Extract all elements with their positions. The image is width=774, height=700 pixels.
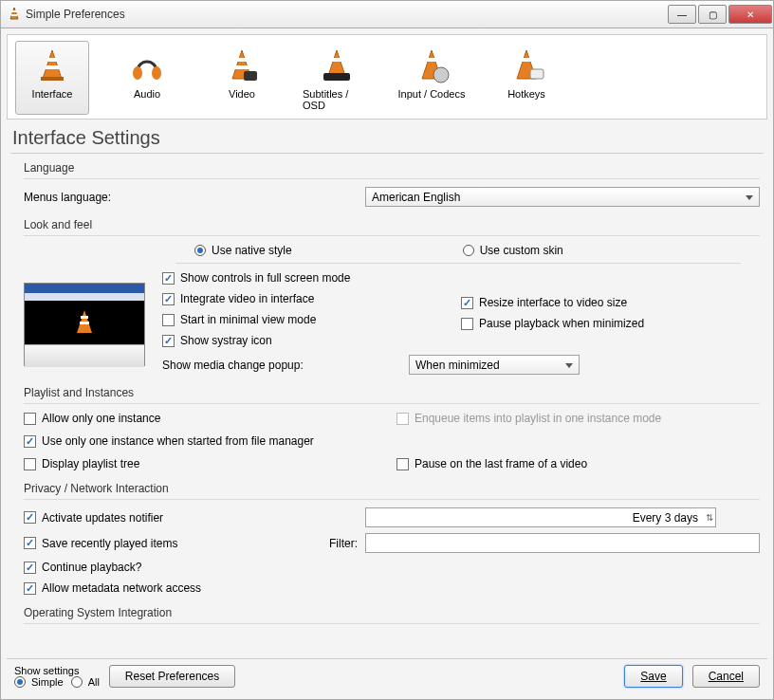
group-privacy: Privacy / Network Interaction Activate u… <box>24 482 760 595</box>
category-audio[interactable]: Audio <box>110 41 184 115</box>
category-label: Subtitles / OSD <box>303 88 371 111</box>
category-input-codecs[interactable]: Input / Codecs <box>395 41 469 115</box>
window-title: Simple Preferences <box>26 8 667 21</box>
checkbox-icon <box>24 562 36 574</box>
sub-separator <box>175 263 741 264</box>
check-label: Integrate video in interface <box>180 292 314 305</box>
check-resize-interface[interactable]: Resize interface to video size <box>461 296 760 309</box>
check-label: Continue playback? <box>42 561 141 574</box>
reset-preferences-button[interactable]: Reset Preferences <box>109 665 235 688</box>
svg-rect-5 <box>46 65 59 69</box>
category-label: Video <box>229 88 255 100</box>
group-title: Look and feel <box>24 218 760 231</box>
check-label: Start in minimal view mode <box>180 313 316 326</box>
media-popup-select[interactable]: When minimized <box>409 355 580 375</box>
hotkeys-icon <box>504 45 549 86</box>
svg-rect-15 <box>323 73 350 81</box>
checkbox-icon <box>24 435 36 448</box>
svg-point-8 <box>152 66 161 80</box>
checkbox-icon <box>24 537 36 549</box>
filter-input[interactable] <box>365 533 760 553</box>
check-integrate-video[interactable]: Integrate video in interface <box>162 292 461 305</box>
category-interface[interactable]: Interface <box>15 41 89 115</box>
group-os-integration: Operating System Integration <box>24 606 760 624</box>
close-button[interactable]: ✕ <box>728 5 772 24</box>
radio-icon <box>71 676 83 688</box>
svg-rect-20 <box>522 58 531 62</box>
checkbox-icon <box>24 413 36 425</box>
category-label: Audio <box>134 88 160 100</box>
category-subtitles[interactable]: Subtitles / OSD <box>300 41 374 115</box>
checkbox-icon <box>461 318 473 330</box>
group-language: Language Menus language: American Englis… <box>24 161 760 207</box>
group-separator <box>24 178 760 179</box>
check-label: Show controls in full screen mode <box>180 271 350 285</box>
check-metadata-access[interactable]: Allow metadata network access <box>24 581 760 595</box>
check-enqueue-items: Enqueue items into playlist in one insta… <box>396 412 760 425</box>
checkbox-icon <box>24 511 36 524</box>
check-label: Pause on the last frame of a video <box>415 457 587 470</box>
checkbox-icon <box>162 314 175 326</box>
checkbox-icon <box>24 582 36 595</box>
svg-point-18 <box>433 67 449 83</box>
group-title: Playlist and Instances <box>24 386 760 399</box>
check-use-one-fm[interactable]: Use only one instance when started from … <box>24 434 387 448</box>
check-pause-minimized[interactable]: Pause playback when minimized <box>461 317 760 330</box>
svg-marker-3 <box>43 50 62 79</box>
radio-custom-skin[interactable]: Use custom skin <box>463 244 563 257</box>
check-continue-playback[interactable]: Continue playback? <box>24 561 760 574</box>
group-separator <box>24 623 760 624</box>
check-label: Allow metadata network access <box>42 581 201 595</box>
maximize-button[interactable]: ▢ <box>698 5 727 24</box>
menus-language-select[interactable]: American English <box>365 187 760 207</box>
svg-rect-14 <box>332 58 341 62</box>
check-pause-last-frame[interactable]: Pause on the last frame of a video <box>396 457 760 470</box>
cancel-button[interactable]: Cancel <box>692 665 760 688</box>
svg-rect-1 <box>12 10 16 12</box>
radio-all[interactable]: All <box>71 676 100 688</box>
svg-rect-4 <box>47 58 57 62</box>
radio-label: Use native style <box>212 244 292 257</box>
check-show-systray[interactable]: Show systray icon <box>162 334 461 347</box>
check-label: Display playlist tree <box>42 457 139 470</box>
group-separator <box>24 403 760 404</box>
show-settings-group: Show settings Simple All <box>14 665 100 688</box>
check-display-tree[interactable]: Display playlist tree <box>24 457 387 470</box>
check-label: Pause playback when minimized <box>479 317 644 330</box>
check-start-minimal[interactable]: Start in minimal view mode <box>162 313 461 326</box>
updates-interval-spinner[interactable]: Every 3 days <box>365 507 716 527</box>
check-label: Activate updates notifier <box>42 511 163 525</box>
subtitles-icon <box>314 45 359 86</box>
minimize-button[interactable]: — <box>668 5 696 24</box>
skin-preview <box>24 283 145 366</box>
group-title: Operating System Integration <box>24 606 760 619</box>
svg-rect-6 <box>41 77 64 81</box>
svg-marker-0 <box>10 8 18 19</box>
checkbox-icon <box>396 413 409 425</box>
checkbox-icon <box>162 272 175 285</box>
svg-rect-21 <box>530 69 544 79</box>
radio-native-style[interactable]: Use native style <box>194 244 292 257</box>
group-lookfeel: Look and feel Use native style Use custo… <box>24 218 760 375</box>
radio-label: All <box>88 676 100 688</box>
check-label: Resize interface to video size <box>479 296 627 309</box>
title-separator <box>10 153 764 154</box>
check-label: Enqueue items into playlist in one insta… <box>415 412 661 425</box>
app-icon <box>7 6 22 24</box>
page-title: Interface Settings <box>12 127 762 149</box>
footer: Show settings Simple All Reset Preferenc… <box>7 658 767 693</box>
svg-rect-24 <box>80 322 89 324</box>
category-hotkeys[interactable]: Hotkeys <box>489 41 563 115</box>
settings-scroll-area[interactable]: Language Menus language: American Englis… <box>7 157 767 658</box>
category-bar: Interface Audio Video Subtitles / OSD In… <box>7 34 767 120</box>
check-allow-one-instance[interactable]: Allow only one instance <box>24 412 387 425</box>
input-codecs-icon <box>409 45 454 86</box>
radio-simple[interactable]: Simple <box>14 676 64 688</box>
svg-rect-23 <box>81 316 88 319</box>
category-video[interactable]: Video <box>205 41 279 115</box>
check-save-recent[interactable]: Save recently played items <box>24 537 308 550</box>
check-show-controls[interactable]: Show controls in full screen mode <box>162 271 461 285</box>
check-updates-notifier[interactable]: Activate updates notifier <box>24 511 365 525</box>
filter-label: Filter: <box>308 537 365 550</box>
save-button[interactable]: Save <box>624 665 682 688</box>
